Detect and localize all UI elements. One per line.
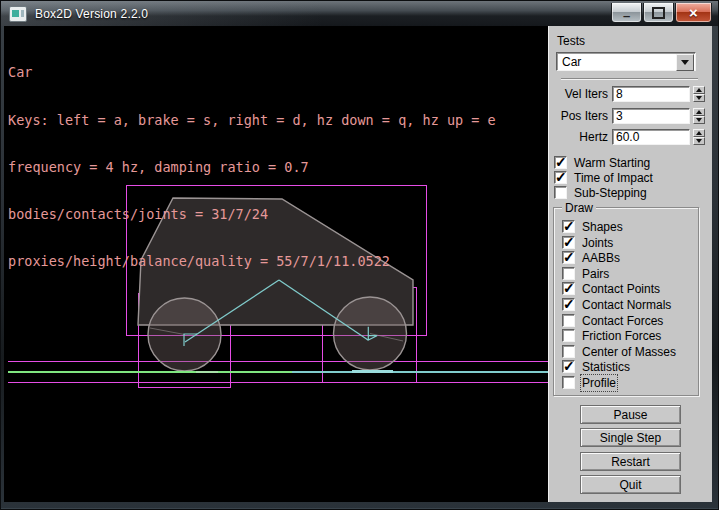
spin-down-icon[interactable] bbox=[693, 94, 705, 102]
checkbox-label: Center of Masses bbox=[582, 345, 676, 359]
hertz-label: Hertz bbox=[553, 130, 612, 144]
checkbox-icon bbox=[562, 360, 575, 373]
checkbox-label: Time of Impact bbox=[574, 171, 653, 185]
chevron-down-icon bbox=[681, 60, 689, 65]
checkbox-statistics[interactable]: Statistics bbox=[562, 360, 630, 373]
checkbox-center-of-masses[interactable]: Center of Masses bbox=[562, 345, 676, 358]
maximize-icon bbox=[652, 7, 665, 19]
hertz-row: Hertz 60.0 bbox=[553, 129, 705, 145]
quit-button[interactable]: Quit bbox=[580, 475, 681, 494]
checkbox-contact-points[interactable]: Contact Points bbox=[562, 282, 660, 295]
checkbox-icon bbox=[562, 220, 575, 233]
spin-down-icon[interactable] bbox=[693, 116, 705, 124]
spin-down-icon[interactable] bbox=[693, 137, 705, 145]
checkbox-sub-stepping[interactable]: Sub-Stepping bbox=[554, 186, 647, 199]
checkbox-aabbs[interactable]: AABBs bbox=[562, 251, 620, 264]
checkbox-contact-forces[interactable]: Contact Forces bbox=[562, 314, 663, 327]
minimize-icon: – bbox=[623, 11, 630, 21]
draw-groupbox: Draw Shapes Joints AABBs Pairs bbox=[553, 207, 699, 396]
hertz-stepper[interactable] bbox=[693, 129, 705, 145]
checkbox-label: Contact Points bbox=[582, 282, 660, 296]
checkbox-label: AABBs bbox=[582, 251, 620, 265]
hertz-field[interactable]: 60.0 bbox=[612, 129, 690, 145]
checkbox-label: Friction Forces bbox=[582, 329, 661, 343]
hud-line: frequency = 4 hz, damping ratio = 0.7 bbox=[8, 160, 496, 176]
window-titlebar[interactable]: Box2D Version 2.2.0 – × bbox=[1, 1, 718, 26]
app-icon bbox=[9, 6, 27, 22]
separator bbox=[561, 78, 698, 80]
checkbox-label: Joints bbox=[582, 236, 613, 250]
scene-canvas[interactable]: Car Keys: left = a, brake = s, right = d… bbox=[4, 26, 548, 502]
spin-up-icon[interactable] bbox=[693, 129, 705, 137]
hud-stats: Car Keys: left = a, brake = s, right = d… bbox=[8, 34, 496, 301]
vel-iters-stepper[interactable] bbox=[693, 86, 705, 102]
checkbox-icon bbox=[554, 156, 567, 169]
control-panel: Tests Car Vel Iters 8 Pos Iters 3 bbox=[548, 26, 712, 502]
checkbox-icon bbox=[562, 251, 575, 264]
vel-iters-row: Vel Iters 8 bbox=[553, 86, 705, 102]
checkbox-label: Warm Starting bbox=[574, 156, 650, 170]
checkbox-profile[interactable]: Profile bbox=[562, 376, 616, 389]
window-title: Box2D Version 2.2.0 bbox=[35, 7, 148, 21]
checkbox-label: Contact Normals bbox=[582, 298, 671, 312]
pos-iters-stepper[interactable] bbox=[693, 108, 705, 124]
hud-line: Keys: left = a, brake = s, right = d, hz… bbox=[8, 113, 496, 129]
hud-line: Car bbox=[8, 65, 496, 81]
checkbox-icon bbox=[562, 345, 575, 358]
checkbox-shapes[interactable]: Shapes bbox=[562, 220, 623, 233]
checkbox-icon bbox=[554, 186, 567, 199]
pos-iters-label: Pos Iters bbox=[553, 109, 612, 123]
checkbox-label: Statistics bbox=[582, 360, 630, 374]
checkbox-joints[interactable]: Joints bbox=[562, 236, 613, 249]
client-area: Car Keys: left = a, brake = s, right = d… bbox=[4, 26, 712, 502]
checkbox-icon bbox=[562, 236, 575, 249]
pos-iters-row: Pos Iters 3 bbox=[553, 108, 705, 124]
checkbox-icon bbox=[562, 298, 575, 311]
restart-button[interactable]: Restart bbox=[580, 452, 681, 471]
checkbox-pairs[interactable]: Pairs bbox=[562, 267, 609, 280]
checkbox-time-of-impact[interactable]: Time of Impact bbox=[554, 171, 653, 184]
draw-group-label: Draw bbox=[562, 201, 596, 215]
application-window: Box2D Version 2.2.0 – × bbox=[0, 0, 719, 510]
dropdown-arrow-button[interactable] bbox=[676, 54, 694, 71]
maximize-button[interactable] bbox=[643, 3, 674, 23]
single-step-button[interactable]: Single Step bbox=[580, 428, 681, 447]
checkbox-icon bbox=[562, 376, 575, 389]
checkbox-icon bbox=[562, 314, 575, 327]
hud-line: proxies/height/balance/quality = 55/7/1/… bbox=[8, 254, 496, 270]
checkbox-label: Contact Forces bbox=[582, 314, 663, 328]
vel-iters-label: Vel Iters bbox=[553, 87, 612, 101]
checkbox-icon bbox=[554, 171, 567, 184]
checkbox-icon bbox=[562, 329, 575, 342]
spin-up-icon[interactable] bbox=[693, 86, 705, 94]
checkbox-label: Pairs bbox=[582, 267, 609, 281]
close-icon: × bbox=[689, 4, 698, 21]
tests-dropdown[interactable]: Car bbox=[556, 52, 696, 71]
vel-iters-field[interactable]: 8 bbox=[612, 86, 690, 102]
checkbox-contact-normals[interactable]: Contact Normals bbox=[562, 298, 671, 311]
tests-label: Tests bbox=[557, 34, 585, 48]
checkbox-warm-starting[interactable]: Warm Starting bbox=[554, 156, 650, 169]
tests-dropdown-value: Car bbox=[562, 55, 581, 69]
pause-button[interactable]: Pause bbox=[580, 405, 681, 424]
checkbox-label: Shapes bbox=[582, 220, 623, 234]
checkbox-label: Sub-Stepping bbox=[574, 186, 647, 200]
hud-line: bodies/contacts/joints = 31/7/24 bbox=[8, 207, 496, 223]
minimize-button[interactable]: – bbox=[611, 3, 642, 23]
checkbox-friction-forces[interactable]: Friction Forces bbox=[562, 329, 661, 342]
checkbox-label: Profile bbox=[582, 376, 616, 390]
pos-iters-field[interactable]: 3 bbox=[612, 108, 690, 124]
checkbox-icon bbox=[562, 267, 575, 280]
spin-up-icon[interactable] bbox=[693, 108, 705, 116]
close-button[interactable]: × bbox=[675, 3, 712, 23]
checkbox-icon bbox=[562, 282, 575, 295]
